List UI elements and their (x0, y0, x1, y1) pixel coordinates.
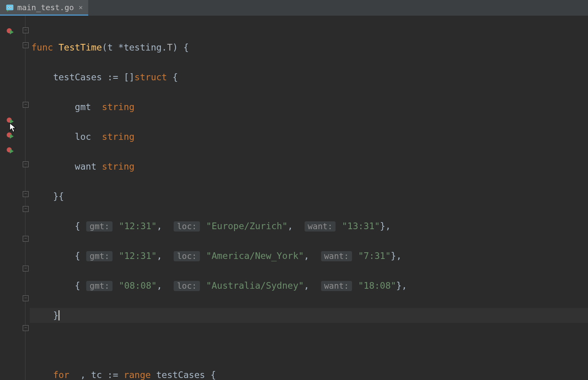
fold-column (21, 16, 30, 380)
param-hint: want: (321, 281, 352, 291)
tab-filename: main_test.go (17, 3, 74, 12)
run-test-icon[interactable] (5, 131, 15, 140)
fold-toggle[interactable] (23, 206, 29, 212)
code-line: func TestTime(t *testing.T) { (30, 40, 588, 55)
code-line: want string (30, 159, 588, 174)
code-line: { gmt: "08:08", loc: "Australia/Sydney",… (30, 278, 588, 293)
param-hint: loc: (174, 281, 200, 291)
code-line: { gmt: "12:31", loc: "Europe/Zurich", wa… (30, 219, 588, 233)
code-line: loc string (30, 129, 588, 144)
run-test-icon[interactable] (5, 116, 15, 125)
param-hint: want: (321, 251, 352, 261)
code-line: }{ (30, 189, 588, 204)
code-line: testCases := []struct { (30, 70, 588, 85)
run-test-icon[interactable] (5, 146, 15, 155)
fold-toggle[interactable] (23, 27, 29, 33)
code-line: for _, tc := range testCases { (30, 367, 588, 380)
editor: func TestTime(t *testing.T) { testCases … (0, 16, 588, 380)
gutter (0, 16, 21, 380)
fold-toggle[interactable] (23, 236, 29, 242)
fold-toggle[interactable] (23, 102, 29, 108)
code-line: } (30, 308, 588, 323)
param-hint: gmt: (86, 221, 113, 232)
svg-rect-0 (6, 4, 13, 10)
tab-bar: main_test.go × (0, 0, 588, 16)
param-hint: loc: (174, 251, 200, 261)
text-caret (58, 310, 60, 320)
svg-marker-5 (7, 10, 9, 12)
go-file-icon (5, 3, 14, 12)
fold-toggle[interactable] (23, 325, 29, 331)
svg-point-4 (11, 7, 11, 8)
code-line: { gmt: "12:31", loc: "America/New_York",… (30, 248, 588, 263)
fold-toggle[interactable] (23, 161, 29, 167)
fold-toggle[interactable] (23, 191, 29, 197)
code-line (30, 338, 588, 353)
fold-toggle[interactable] (23, 42, 29, 48)
code-line: gmt string (30, 100, 588, 114)
run-test-icon[interactable] (5, 27, 15, 36)
param-hint: want: (305, 221, 336, 232)
param-hint: gmt: (86, 251, 113, 261)
svg-point-3 (8, 7, 9, 8)
code-area[interactable]: func TestTime(t *testing.T) { testCases … (30, 16, 588, 380)
file-tab[interactable]: main_test.go × (0, 0, 88, 16)
fold-toggle[interactable] (23, 295, 29, 301)
param-hint: gmt: (86, 281, 113, 291)
fold-toggle[interactable] (23, 266, 29, 271)
param-hint: loc: (174, 221, 200, 232)
close-icon[interactable]: × (77, 3, 83, 11)
